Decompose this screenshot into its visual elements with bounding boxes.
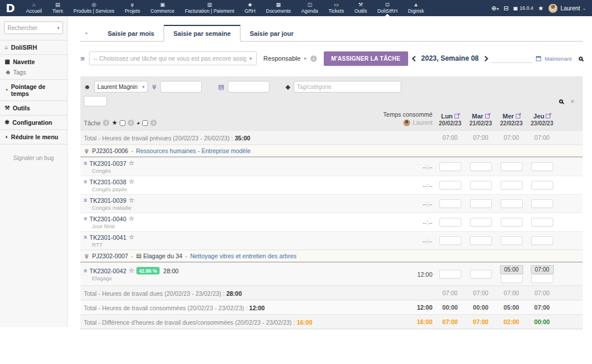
external-link-icon[interactable] bbox=[516, 114, 520, 118]
sidebar-item-navette[interactable]: ▦Navette bbox=[0, 55, 67, 69]
time-input-lun[interactable] bbox=[439, 270, 461, 278]
task-code[interactable]: TK2302-0042 bbox=[90, 268, 127, 274]
favorite-star-icon[interactable]: ☆ bbox=[128, 215, 134, 222]
tab-saisie-par-semaine[interactable]: Saisie par semaine bbox=[164, 25, 240, 42]
language-globe-icon[interactable]: ⊕▾ bbox=[491, 5, 499, 12]
assign-task-button[interactable]: M'ASSIGNER LA TÂCHE bbox=[324, 51, 408, 66]
favorite-star-icon[interactable]: ☆ bbox=[128, 159, 134, 167]
time-input-mar[interactable] bbox=[470, 199, 492, 208]
report-bug-link[interactable]: Signaler un bug bbox=[0, 155, 67, 161]
time-input-mer[interactable] bbox=[501, 218, 523, 226]
time-input-mer[interactable] bbox=[501, 181, 523, 190]
task-filter-input[interactable] bbox=[84, 96, 107, 106]
task-code[interactable]: TK2301-0039 bbox=[90, 197, 127, 204]
timespent-filter-checkbox[interactable] bbox=[142, 120, 148, 126]
print-icon[interactable]: ⊟ bbox=[504, 5, 509, 12]
external-link-icon[interactable] bbox=[546, 114, 550, 118]
time-input-jeu[interactable] bbox=[531, 199, 553, 208]
time-input-lun[interactable] bbox=[439, 218, 461, 226]
time-input-lun[interactable] bbox=[439, 236, 461, 245]
user-filter-select[interactable]: Laurent Magnin ▾ bbox=[94, 81, 149, 92]
time-input-lun[interactable] bbox=[439, 181, 461, 190]
menu-facturation[interactable]: ▥Facturation | Paiement bbox=[180, 0, 239, 16]
previous-week-chevron[interactable] bbox=[412, 55, 417, 61]
time-input-mer[interactable] bbox=[501, 236, 523, 245]
favorite-star-icon[interactable]: ☆ bbox=[128, 178, 134, 185]
time-input-jeu[interactable] bbox=[531, 181, 553, 190]
sidebar-item-tags[interactable]: ◆Tags bbox=[0, 69, 67, 79]
menu-produits-services[interactable]: ◎Produits | Services bbox=[68, 0, 120, 16]
menu-tiers[interactable]: ▤Tiers bbox=[47, 0, 68, 16]
menu-accueil[interactable]: ⌂Accueil bbox=[21, 0, 47, 16]
apply-filter-search-icon[interactable] bbox=[559, 99, 563, 103]
sidebar-search-select[interactable]: Rechercher ▾ bbox=[4, 21, 63, 34]
tag-filter-input[interactable] bbox=[294, 81, 401, 92]
sidebar-item-configuration[interactable]: ✱Configuration bbox=[0, 116, 67, 129]
time-input-mer[interactable] bbox=[501, 199, 523, 208]
tab-saisie-par-mois[interactable]: Saisie par mois bbox=[98, 26, 164, 41]
time-input-jeu[interactable] bbox=[531, 162, 553, 171]
favorite-star-icon[interactable]: ☆ bbox=[128, 233, 134, 241]
menu-grh[interactable]: ☻GRH bbox=[239, 0, 261, 16]
clear-filter-icon[interactable] bbox=[570, 97, 575, 106]
menu-dolisirh[interactable]: ⊡DoliSIRH bbox=[372, 0, 403, 16]
time-input-mer[interactable] bbox=[501, 162, 523, 171]
search-icon[interactable] bbox=[579, 57, 583, 61]
calendar-icon: ▦ bbox=[5, 59, 10, 65]
time-input-lun[interactable] bbox=[439, 162, 461, 171]
time-input-jeu[interactable] bbox=[531, 218, 553, 226]
sidebar-item-dolisirh[interactable]: ⌂DoliSIRH bbox=[0, 40, 67, 54]
time-input-jeu[interactable] bbox=[531, 274, 553, 283]
menu-commerce[interactable]: ▣Commerce bbox=[145, 0, 180, 16]
time-input-mar[interactable] bbox=[470, 218, 492, 226]
task-code[interactable]: TK2301-0037 bbox=[90, 160, 127, 167]
chevron-down-icon: ▾ bbox=[304, 56, 306, 61]
menu-agenda[interactable]: ◫Agenda bbox=[296, 0, 323, 16]
project-title-link[interactable]: Nettoyage vitres et entretien des arbres bbox=[190, 252, 297, 259]
unassigned-task-select[interactable]: -- Choisissez une tâche qui ne vous est … bbox=[89, 51, 257, 65]
role-select[interactable]: Responsable ▾ bbox=[264, 55, 306, 62]
gear-icon: ✱ bbox=[5, 120, 9, 125]
task-code[interactable]: TK2301-0038 bbox=[90, 179, 127, 185]
time-input-mar[interactable] bbox=[470, 181, 492, 190]
navbar-right: ⊕▾ ⊟ ◙ 16.0.4 ★ Laurent ⌄ bbox=[491, 3, 592, 13]
tab-saisie-par-jour[interactable]: Saisie par jour bbox=[240, 26, 303, 41]
project-filter-input[interactable] bbox=[160, 81, 202, 92]
bookmark-star-icon[interactable]: ★ bbox=[538, 5, 544, 12]
calendar-icon bbox=[536, 56, 541, 61]
planned-hours: 28:00 bbox=[164, 268, 179, 274]
time-input-mar[interactable] bbox=[470, 236, 492, 245]
menu-outils[interactable]: ⚒Outils bbox=[349, 0, 372, 16]
menu-documents[interactable]: ▦Documents bbox=[261, 0, 296, 16]
external-link-icon[interactable] bbox=[485, 114, 490, 118]
company-filter-input[interactable] bbox=[228, 81, 269, 92]
menu-projets[interactable]: ⋔Projets bbox=[120, 0, 145, 16]
sidebar-item-outils[interactable]: ⚒Outils bbox=[0, 101, 67, 115]
project-row: ⋔ PJ2302-0007 - ▤Elagage du 34 - Nettoya… bbox=[80, 250, 583, 262]
favorite-filter-checkbox[interactable] bbox=[120, 120, 125, 126]
project-company[interactable]: ▤Elagage du 34 bbox=[136, 252, 182, 259]
menu-digirisk[interactable]: ▲Digirisk bbox=[403, 0, 430, 16]
task-code[interactable]: TK2301-0041 bbox=[90, 234, 127, 241]
project-code[interactable]: PJ2302-0007 bbox=[92, 252, 128, 259]
time-input-mar[interactable] bbox=[470, 270, 492, 278]
favorite-star-icon[interactable]: ☆ bbox=[128, 267, 134, 274]
time-input-lun[interactable] bbox=[439, 199, 461, 208]
time-input-mar[interactable] bbox=[470, 162, 492, 171]
external-link-icon[interactable] bbox=[454, 114, 459, 118]
week-date-input[interactable] bbox=[491, 54, 532, 63]
debug-shield-icon[interactable]: ◙ bbox=[513, 5, 517, 12]
task-code[interactable]: TK2301-0040 bbox=[90, 216, 127, 222]
sidebar-item-reduire-menu[interactable]: ◖Réduire le menu bbox=[0, 130, 67, 144]
time-input-mer[interactable] bbox=[501, 274, 523, 283]
project-code[interactable]: PJ2301-0006 bbox=[92, 147, 128, 154]
now-link[interactable]: Maintenant bbox=[545, 55, 572, 62]
user-menu[interactable]: Laurent ⌄ bbox=[548, 3, 586, 13]
sidebar-item-pointage-de-temps[interactable]: ◔Pointage de temps bbox=[0, 80, 67, 101]
time-input-jeu[interactable] bbox=[531, 236, 553, 245]
menu-tickets[interactable]: ▭Tickets bbox=[323, 0, 349, 16]
next-week-chevron[interactable] bbox=[483, 55, 489, 61]
project-title-link[interactable]: Ressources humaines - Entreprise modèle bbox=[136, 147, 250, 154]
favorite-star-icon[interactable]: ☆ bbox=[128, 196, 134, 204]
tag-icon: ◆ bbox=[286, 84, 290, 90]
